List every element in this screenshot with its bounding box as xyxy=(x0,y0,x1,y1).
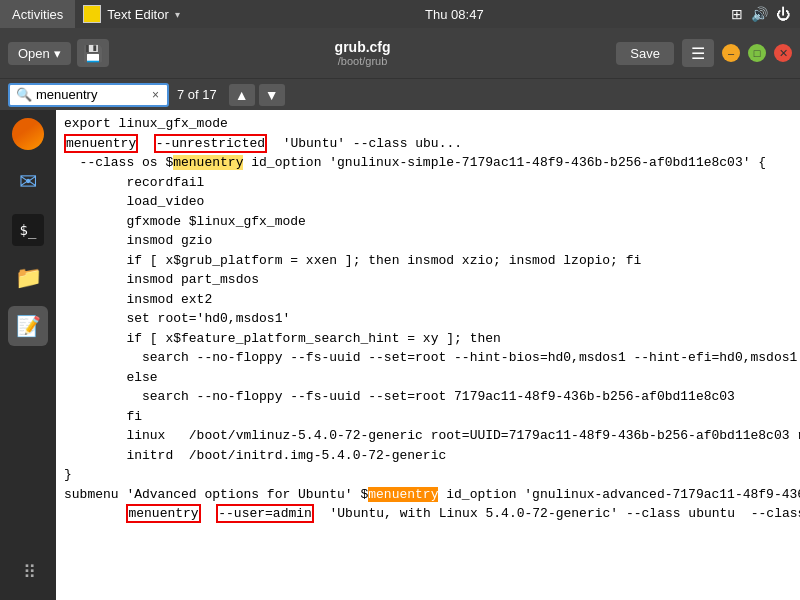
topbar: Activities Text Editor ▾ Thu 08:47 ⊞ 🔊 ⏻ xyxy=(0,0,800,28)
titlebar: Open ▾ 💾 grub.cfg /boot/grub Save ☰ – □ … xyxy=(0,28,800,78)
activities-button[interactable]: Activities xyxy=(0,0,75,28)
main-window: Open ▾ 💾 grub.cfg /boot/grub Save ☰ – □ … xyxy=(0,28,800,600)
save-icon-button[interactable]: 💾 xyxy=(77,39,109,67)
search-count: 7 of 17 xyxy=(169,87,225,102)
text-editor-sidebar-icon: 📝 xyxy=(16,314,41,338)
search-navigation: ▲ ▼ xyxy=(229,84,285,106)
file-name: grub.cfg xyxy=(335,39,391,55)
tray-area: ⊞ 🔊 ⏻ xyxy=(721,6,800,22)
network-icon[interactable]: ⊞ xyxy=(731,6,743,22)
save-button[interactable]: Save xyxy=(616,42,674,65)
sidebar-item-text-editor[interactable]: 📝 xyxy=(8,306,48,346)
menuentry-highlight-2: menuentry xyxy=(173,155,243,170)
app-title-button[interactable]: Text Editor ▾ xyxy=(75,0,187,28)
search-input-wrap: 🔍 × xyxy=(8,83,169,107)
file-path: /boot/grub xyxy=(338,55,388,67)
open-label: Open xyxy=(18,46,50,61)
chevron-down-icon: ▾ xyxy=(175,9,180,20)
hamburger-icon: ☰ xyxy=(691,44,705,63)
menuentry-highlight-4: menuentry xyxy=(126,504,200,523)
titlebar-center: grub.cfg /boot/grub xyxy=(117,39,609,67)
search-icon: 🔍 xyxy=(16,87,32,102)
clock: Thu 08:47 xyxy=(188,7,721,22)
power-icon[interactable]: ⏻ xyxy=(776,6,790,22)
files-icon: 📁 xyxy=(15,265,42,291)
search-prev-button[interactable]: ▲ xyxy=(229,84,255,106)
search-bar: 🔍 × 7 of 17 ▲ ▼ xyxy=(0,78,800,110)
search-input[interactable] xyxy=(36,87,146,102)
floppy-icon: 💾 xyxy=(83,44,103,63)
maximize-button[interactable]: □ xyxy=(748,44,766,62)
close-button[interactable]: ✕ xyxy=(774,44,792,62)
sidebar-item-firefox[interactable] xyxy=(8,114,48,154)
activities-label: Activities xyxy=(12,7,63,22)
sidebar: ✉ $_ 📁 📝 ⠿ xyxy=(0,110,56,600)
unrestricted-highlight: --unrestricted xyxy=(154,134,267,153)
firefox-icon xyxy=(12,118,44,150)
minimize-button[interactable]: – xyxy=(722,44,740,62)
sidebar-item-files[interactable]: 📁 xyxy=(8,258,48,298)
editor-text: export linux_gfx_mode menuentry --unrest… xyxy=(64,116,800,523)
menu-button[interactable]: ☰ xyxy=(682,39,714,67)
search-clear-button[interactable]: × xyxy=(150,88,161,102)
menuentry-highlight-1: menuentry xyxy=(64,134,138,153)
user-admin-highlight: --user=admin xyxy=(216,504,314,523)
terminal-icon: $_ xyxy=(12,214,44,246)
sidebar-item-terminal[interactable]: $_ xyxy=(8,210,48,250)
open-chevron-icon: ▾ xyxy=(54,46,61,61)
editor-area: ✉ $_ 📁 📝 ⠿ export linux_gfx_mode menuent… xyxy=(0,110,800,600)
text-editor-icon xyxy=(83,5,101,23)
apps-grid-icon: ⠿ xyxy=(23,561,34,583)
mail-icon: ✉ xyxy=(19,169,37,195)
sidebar-item-apps[interactable]: ⠿ xyxy=(8,552,48,592)
editor-content[interactable]: export linux_gfx_mode menuentry --unrest… xyxy=(56,110,800,600)
menuentry-highlight-3: menuentry xyxy=(368,487,438,502)
titlebar-left: Open ▾ 💾 xyxy=(8,39,109,67)
sidebar-item-mail[interactable]: ✉ xyxy=(8,162,48,202)
app-title-label: Text Editor xyxy=(107,7,168,22)
volume-icon[interactable]: 🔊 xyxy=(751,6,768,22)
open-button[interactable]: Open ▾ xyxy=(8,42,71,65)
search-next-button[interactable]: ▼ xyxy=(259,84,285,106)
